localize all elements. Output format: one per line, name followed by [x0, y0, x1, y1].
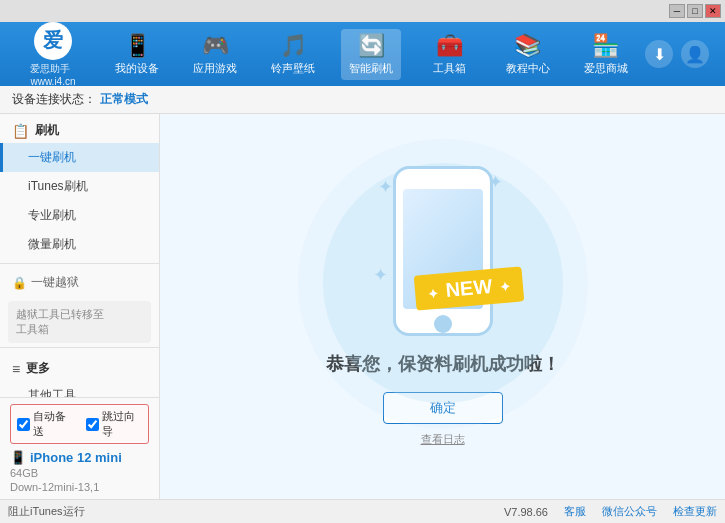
sidebar-item-save-flash[interactable]: 微量刷机 [0, 230, 159, 259]
flash-section-title: 📋 刷机 [0, 114, 159, 143]
bottom-left: 阻止iTunes运行 [8, 504, 488, 519]
device-icon: 📱 [10, 450, 26, 465]
more-icon: ≡ [12, 361, 20, 377]
phone-illustration: ✦ ✦ ✦ ✦ NEW ✦ [393, 166, 493, 336]
minimize-button[interactable]: ─ [669, 4, 685, 18]
nav-toolbox[interactable]: 🧰 工具箱 [420, 29, 480, 80]
auto-backup-checkbox[interactable] [17, 418, 30, 431]
checkbox-area: 自动备送 跳过向导 [10, 404, 149, 444]
divider-2 [0, 347, 159, 348]
logo-tagline: 爱思助手 www.i4.cn [30, 62, 75, 87]
my-device-icon: 📱 [124, 33, 151, 59]
status-bar: 设备连接状态： 正常模式 [0, 86, 725, 114]
close-button[interactable]: ✕ [705, 4, 721, 18]
nav-apps-games[interactable]: 🎮 应用游戏 [185, 29, 245, 80]
content-area: ✦ ✦ ✦ ✦ NEW ✦ 恭喜您，保资料刷机成功啦！ 确定 查看日志 [160, 114, 725, 499]
itunes-status: 阻止iTunes运行 [8, 504, 85, 519]
apps-games-icon: 🎮 [202, 33, 229, 59]
view-log-link[interactable]: 查看日志 [421, 432, 465, 447]
status-value: 正常模式 [100, 91, 148, 108]
bottom-bar: 阻止iTunes运行 V7.98.66 客服 微信公众号 检查更新 [0, 499, 725, 523]
nav-smart-flash[interactable]: 🔄 智能刷机 [341, 29, 401, 80]
nav-tutorials[interactable]: 📚 教程中心 [498, 29, 558, 80]
sparkle-tl: ✦ [378, 176, 393, 198]
divider-1 [0, 263, 159, 264]
tutorials-icon: 📚 [514, 33, 541, 59]
nav-bar: 爱 爱思助手 www.i4.cn 📱 我的设备 🎮 应用游戏 🎵 铃声壁纸 🔄 … [0, 22, 725, 86]
main-layout: 📋 刷机 一键刷机 iTunes刷机 专业刷机 微量刷机 [0, 114, 725, 499]
flash-icon: 📋 [12, 123, 29, 139]
maximize-button[interactable]: □ [687, 4, 703, 18]
nav-ringtones[interactable]: 🎵 铃声壁纸 [263, 29, 323, 80]
jailbreak-note: 越狱工具已转移至工具箱 [8, 301, 151, 343]
wechat-link[interactable]: 微信公众号 [602, 504, 657, 519]
sidebar-item-one-click-flash[interactable]: 一键刷机 [0, 143, 159, 172]
sidebar: 📋 刷机 一键刷机 iTunes刷机 专业刷机 微量刷机 [0, 114, 160, 499]
toolbox-icon: 🧰 [436, 33, 463, 59]
version-label: V7.98.66 [504, 506, 548, 518]
download-button[interactable]: ⬇ [645, 40, 673, 68]
sidebar-scrollable: 📋 刷机 一键刷机 iTunes刷机 专业刷机 微量刷机 [0, 114, 159, 397]
mall-icon: 🏪 [592, 33, 619, 59]
bottom-right: V7.98.66 客服 微信公众号 检查更新 [504, 504, 717, 519]
nav-my-device[interactable]: 📱 我的设备 [107, 29, 167, 80]
nav-right-buttons: ⬇ 👤 [645, 40, 717, 68]
ringtones-icon: 🎵 [280, 33, 307, 59]
via-wizard-checkbox-item[interactable]: 跳过向导 [86, 409, 143, 439]
auto-backup-checkbox-item[interactable]: 自动备送 [17, 409, 74, 439]
title-bar: ─ □ ✕ [0, 0, 725, 22]
phone-body [393, 166, 493, 336]
nav-mall[interactable]: 🏪 爱思商城 [576, 29, 636, 80]
status-prefix: 设备连接状态： [12, 91, 96, 108]
jailbreak-section-header: 🔒 一键越狱 [0, 268, 159, 297]
device-system: Down-12mini-13,1 [10, 481, 149, 493]
logo-icon: 爱 [34, 22, 72, 60]
sidebar-item-other-tools[interactable]: 其他工具 [0, 381, 159, 397]
sidebar-device-area: 自动备送 跳过向导 📱 iPhone 12 mini 64GB Down-12m… [0, 397, 159, 499]
sidebar-full: 📋 刷机 一键刷机 iTunes刷机 专业刷机 微量刷机 [0, 114, 159, 499]
sparkle-bl: ✦ [373, 264, 388, 286]
via-wizard-checkbox[interactable] [86, 418, 99, 431]
check-update-link[interactable]: 检查更新 [673, 504, 717, 519]
logo-area: 爱 爱思助手 www.i4.cn [8, 22, 98, 87]
support-link[interactable]: 客服 [564, 504, 586, 519]
smart-flash-icon: 🔄 [358, 33, 385, 59]
device-name: 📱 iPhone 12 mini [10, 450, 149, 465]
sidebar-item-itunes-flash[interactable]: iTunes刷机 [0, 172, 159, 201]
device-storage: 64GB [10, 467, 149, 479]
user-button[interactable]: 👤 [681, 40, 709, 68]
lock-icon: 🔒 [12, 276, 27, 290]
sidebar-item-pro-flash[interactable]: 专业刷机 [0, 201, 159, 230]
nav-items: 📱 我的设备 🎮 应用游戏 🎵 铃声壁纸 🔄 智能刷机 🧰 工具箱 📚 教程中心… [98, 29, 645, 80]
phone-home-button [434, 315, 452, 333]
more-section-title: ≡ 更多 [0, 352, 159, 381]
